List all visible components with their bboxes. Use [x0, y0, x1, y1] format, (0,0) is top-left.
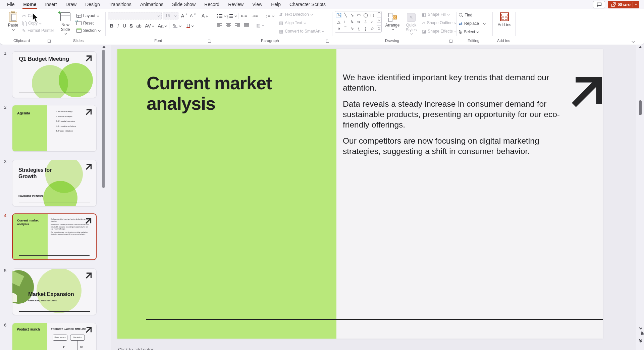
slide-thumbnail-4-selected[interactable]: Current market analysis We have identifi…	[12, 213, 97, 260]
shape-scribble-icon[interactable]: ℮	[337, 27, 340, 31]
shape-effects-button[interactable]: ◪Shape Effects	[422, 28, 456, 35]
italic-button[interactable]: I	[115, 22, 121, 30]
section-button[interactable]: Section	[76, 27, 100, 34]
numbering-button[interactable]	[227, 12, 236, 19]
menu-transitions[interactable]: Transitions	[104, 0, 136, 9]
justify-button[interactable]	[244, 22, 249, 29]
underline-button[interactable]: U	[121, 22, 127, 30]
shape-right-brace-icon[interactable]: }	[365, 27, 366, 31]
share-button[interactable]: Share	[608, 1, 639, 8]
shape-rounded-rectangle-icon[interactable]: ▢	[370, 13, 374, 17]
clear-formatting-button[interactable]: A◊	[200, 12, 209, 20]
paste-button[interactable]: Paste	[5, 12, 21, 31]
align-text-button[interactable]: ▤Align Text	[279, 19, 306, 26]
shrink-font-button[interactable]: A˅	[189, 12, 197, 20]
shape-oval-icon[interactable]: ◯	[363, 13, 368, 17]
bold-button[interactable]: B	[109, 22, 115, 30]
character-spacing-button[interactable]: AV	[144, 22, 155, 30]
shape-rectangle-icon[interactable]: ▭	[357, 13, 361, 17]
slide-title[interactable]: Current market analysis	[147, 73, 314, 114]
text-highlight-button[interactable]: ✎	[171, 22, 182, 30]
next-slide-button[interactable]	[638, 338, 643, 343]
find-button[interactable]: Find	[459, 12, 472, 18]
slide-bottom-line[interactable]	[146, 319, 603, 320]
font-size-select[interactable]: 16	[163, 12, 178, 19]
scroll-down-arrow[interactable]	[638, 326, 643, 330]
shape-arrow-down-icon[interactable]: ⇩	[364, 20, 367, 24]
menu-animations[interactable]: Animations	[136, 0, 168, 9]
menu-view[interactable]: View	[248, 0, 267, 9]
clipboard-dialog-launcher[interactable]	[48, 40, 51, 43]
replace-button[interactable]: ⇄Replace	[459, 20, 485, 27]
format-painter-button[interactable]: ✎Format Painter	[22, 27, 54, 34]
shape-line-icon[interactable]: ╲	[344, 13, 346, 17]
share-dropdown[interactable]	[633, 2, 638, 7]
shape-fill-button[interactable]: ◧Shape Fill	[422, 11, 449, 18]
menu-draw[interactable]: Draw	[61, 0, 81, 9]
align-center-button[interactable]	[226, 22, 231, 29]
reset-button[interactable]: Reset	[76, 20, 94, 27]
shape-left-brace-icon[interactable]: {	[358, 27, 360, 31]
align-left-button[interactable]	[217, 22, 222, 29]
arrange-button[interactable]: Arrange	[384, 13, 401, 30]
shape-triangle-icon[interactable]: △	[337, 20, 340, 24]
comments-button[interactable]	[593, 1, 605, 8]
align-right-button[interactable]	[235, 22, 240, 29]
text-direction-button[interactable]: ⇵Text Direction	[279, 11, 312, 18]
slide-thumbnail-5[interactable]: Market Expansion Unlocking new horizons	[12, 268, 97, 315]
menu-character-scripts[interactable]: Character Scripts	[285, 0, 330, 9]
menu-home[interactable]: Home	[19, 0, 41, 9]
menu-file[interactable]: File	[3, 0, 19, 9]
shape-curve-icon[interactable]: ∿	[351, 27, 354, 31]
notes-placeholder[interactable]: Click to add notes	[118, 347, 154, 350]
menu-review[interactable]: Review	[224, 0, 248, 9]
shape-text-box-icon[interactable]: A	[337, 13, 341, 17]
font-dialog-launcher[interactable]	[208, 40, 211, 43]
increase-indent-button[interactable]: ⇥≡	[252, 12, 258, 19]
scrollbar-thumb[interactable]	[639, 100, 642, 115]
select-button[interactable]: Select	[459, 29, 478, 35]
slide-body-text[interactable]: We have identified important key trends …	[343, 72, 568, 162]
current-slide[interactable]: Current market analysis We have identifi…	[117, 49, 603, 339]
notes-splitter[interactable]	[111, 345, 636, 345]
addins-button[interactable]: Add-ins	[497, 12, 512, 27]
shape-arrow-right-icon[interactable]: ⇨	[357, 20, 361, 24]
menu-slide-show[interactable]: Slide Show	[168, 0, 200, 9]
shape-elbow-connector-icon[interactable]: ∟	[343, 20, 347, 24]
convert-smartart-button[interactable]: ▦Convert to SmartArt	[279, 28, 324, 35]
slide-thumbnail-2[interactable]: Agenda Growth strategy Market analysis F…	[12, 105, 97, 152]
shadow-button[interactable]: S	[128, 22, 134, 30]
menu-design[interactable]: Design	[81, 0, 104, 9]
menu-record[interactable]: Record	[200, 0, 224, 9]
grow-font-button[interactable]: A˄	[180, 12, 189, 20]
scroll-up-arrow[interactable]	[639, 46, 642, 48]
line-spacing-button[interactable]: ↕≡	[266, 12, 274, 19]
shape-line-arrow-icon[interactable]: ↘	[351, 13, 354, 17]
thumb-panel-scrollbar[interactable]	[102, 50, 105, 188]
drawing-dialog-launcher[interactable]	[449, 40, 452, 43]
previous-slide-button[interactable]	[638, 332, 643, 337]
quick-styles-button[interactable]: ✎ Quick Styles	[402, 13, 420, 35]
paragraph-dialog-launcher[interactable]	[326, 40, 329, 43]
shape-arc-icon[interactable]: ⌒	[343, 27, 347, 31]
thumb-panel-scroll-up[interactable]	[102, 46, 106, 48]
slide-thumbnail-6[interactable]: Product launch Currently gearing up for …	[12, 323, 97, 350]
gallery-scroll-down[interactable]	[377, 17, 381, 23]
strikethrough-button[interactable]: ab	[135, 22, 143, 30]
layout-button[interactable]: Layout	[76, 12, 99, 19]
menu-insert[interactable]: Insert	[41, 0, 61, 9]
shape-star-icon[interactable]: ☆	[371, 27, 374, 31]
decrease-indent-button[interactable]: ⇤≡	[241, 12, 247, 19]
gallery-more-button[interactable]	[377, 26, 381, 31]
menu-help[interactable]: Help	[267, 0, 285, 9]
slide-thumbnail-1[interactable]: Q1 Budget Meeting	[12, 51, 97, 98]
columns-button[interactable]: ▥	[256, 22, 264, 29]
gallery-scroll-up[interactable]	[377, 12, 380, 15]
slide-thumbnail-3[interactable]: Strategies for Growth Navigating the fut…	[12, 160, 97, 206]
bullets-button[interactable]	[217, 12, 226, 19]
ne-arrow-shape[interactable]	[571, 76, 603, 107]
new-slide-button[interactable]: + New Slide	[57, 12, 74, 35]
font-name-select[interactable]	[108, 12, 162, 19]
shape-elbow-arrow-icon[interactable]: ↳	[351, 20, 354, 24]
change-case-button[interactable]: Aa	[156, 22, 168, 30]
